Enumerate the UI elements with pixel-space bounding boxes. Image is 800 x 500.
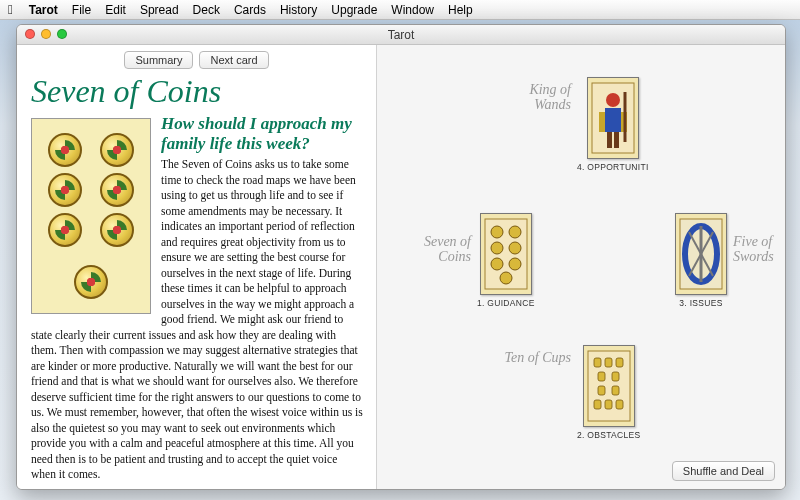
summary-button[interactable]: Summary <box>124 51 193 69</box>
spread-card-opportunities[interactable]: King of Wands 4. OPPORTUNITI <box>577 77 649 172</box>
svg-rect-23 <box>605 358 612 367</box>
window-controls <box>25 29 67 39</box>
spread-card-obstacles[interactable]: Ten of Cups 2. OBSTACLES <box>577 345 640 440</box>
close-icon[interactable] <box>25 29 35 39</box>
coin-icon <box>48 213 82 247</box>
coin-icon <box>100 213 134 247</box>
spread-position-label: 3. ISSUES <box>675 298 727 308</box>
spread-pane: King of Wands 4. OPPORTUNITI Seven of Co… <box>377 45 785 489</box>
svg-rect-26 <box>612 372 619 381</box>
card-thumb-icon <box>587 77 639 159</box>
mac-menubar:  Tarot File Edit Spread Deck Cards Hist… <box>0 0 800 20</box>
menu-edit[interactable]: Edit <box>105 3 126 17</box>
svg-rect-22 <box>594 358 601 367</box>
menu-cards[interactable]: Cards <box>234 3 266 17</box>
spread-card-name: King of Wands <box>501 83 571 112</box>
spread-card-name: Seven of Coins <box>401 235 471 264</box>
svg-rect-30 <box>605 400 612 409</box>
menu-file[interactable]: File <box>72 3 91 17</box>
spread-card-guidance[interactable]: Seven of Coins 1. GUIDANCE <box>477 213 535 308</box>
card-thumb-icon <box>675 213 727 295</box>
spread-card-name: Ten of Cups <box>501 351 571 366</box>
window-content: Summary Next card Seven of Coins <box>17 45 785 489</box>
spread-position-label: 2. OBSTACLES <box>577 430 640 440</box>
minimize-icon[interactable] <box>41 29 51 39</box>
svg-rect-6 <box>614 132 619 148</box>
coin-icon <box>100 173 134 207</box>
reading-toolbar: Summary Next card <box>17 45 376 73</box>
window-title: Tarot <box>388 28 415 42</box>
svg-point-15 <box>500 272 512 284</box>
svg-rect-31 <box>616 400 623 409</box>
svg-rect-27 <box>598 386 605 395</box>
app-window: Tarot Summary Next card Seven of Coins <box>16 24 786 490</box>
spread-position-label: 1. GUIDANCE <box>477 298 535 308</box>
menu-history[interactable]: History <box>280 3 317 17</box>
svg-point-11 <box>491 242 503 254</box>
coin-icon <box>48 173 82 207</box>
svg-point-1 <box>606 93 620 107</box>
zoom-icon[interactable] <box>57 29 67 39</box>
card-illustration <box>31 118 151 314</box>
reading-body: Seven of Coins How should I approach my … <box>17 73 376 489</box>
svg-rect-25 <box>598 372 605 381</box>
apple-menu-icon[interactable]:  <box>8 2 13 17</box>
card-title: Seven of Coins <box>31 73 364 110</box>
svg-point-13 <box>491 258 503 270</box>
svg-point-10 <box>509 226 521 238</box>
next-card-button[interactable]: Next card <box>199 51 268 69</box>
svg-point-14 <box>509 258 521 270</box>
menu-spread[interactable]: Spread <box>140 3 179 17</box>
coin-icon <box>74 265 108 299</box>
menu-help[interactable]: Help <box>448 3 473 17</box>
card-thumb-icon <box>480 213 532 295</box>
coin-icon <box>48 133 82 167</box>
svg-rect-3 <box>599 112 605 132</box>
reading-pane: Summary Next card Seven of Coins <box>17 45 377 489</box>
spread-card-issues[interactable]: Five of Swords 3. ISSUES <box>675 213 727 308</box>
menu-upgrade[interactable]: Upgrade <box>331 3 377 17</box>
coin-icon <box>100 133 134 167</box>
svg-rect-24 <box>616 358 623 367</box>
window-titlebar: Tarot <box>17 25 785 45</box>
menu-window[interactable]: Window <box>391 3 434 17</box>
svg-point-9 <box>491 226 503 238</box>
svg-point-12 <box>509 242 521 254</box>
shuffle-deal-button[interactable]: Shuffle and Deal <box>672 461 775 481</box>
spread-card-name: Five of Swords <box>733 235 786 264</box>
svg-rect-29 <box>594 400 601 409</box>
card-thumb-icon <box>583 345 635 427</box>
svg-rect-2 <box>605 108 621 132</box>
menu-deck[interactable]: Deck <box>193 3 220 17</box>
svg-rect-28 <box>612 386 619 395</box>
spread-position-label: 4. OPPORTUNITI <box>577 162 649 172</box>
menu-app[interactable]: Tarot <box>29 3 58 17</box>
svg-rect-5 <box>607 132 612 148</box>
